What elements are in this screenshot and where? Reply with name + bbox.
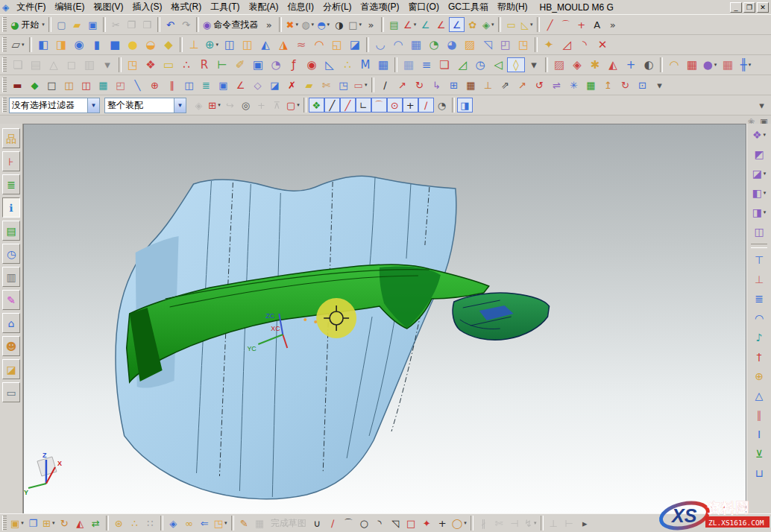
dropdown-arrow-icon[interactable]: ▾	[359, 22, 362, 28]
marquee-select-icon[interactable]: ▢▾	[285, 98, 301, 113]
csys-dynamics-icon[interactable]: ∠▾	[402, 17, 418, 32]
fit-view-icon[interactable]: ✖▾	[284, 17, 300, 32]
chamfer-icon[interactable]: ◆	[160, 37, 177, 52]
angle-measure-icon[interactable]: ∠	[232, 77, 249, 92]
translate-icon[interactable]: ⇗	[497, 77, 514, 92]
dropdown-arrow-icon[interactable]: ▾	[218, 102, 221, 108]
info-center-icon[interactable]: ℹ	[2, 197, 20, 218]
dropdown-arrow-icon[interactable]: ▾	[312, 22, 315, 28]
base-view-icon[interactable]: ▤	[27, 57, 45, 72]
open-dir-icon[interactable]: ▰	[300, 77, 318, 92]
menu-information[interactable]: 信息(I)	[283, 0, 318, 14]
text-icon[interactable]: A	[589, 17, 605, 32]
calculator-icon[interactable]: ▦	[374, 57, 392, 72]
arc-snap-icon[interactable]: ⌒	[371, 98, 387, 113]
toolbar-grip[interactable]	[2, 57, 7, 72]
initialize-project-icon[interactable]: ❖▾	[749, 126, 769, 144]
csys-rotate-icon[interactable]: ∠	[433, 17, 449, 32]
sphere-icon[interactable]: ●	[124, 37, 142, 52]
web-browser-icon[interactable]: ▭	[2, 382, 20, 402]
draft-angle-icon[interactable]: ◺	[321, 57, 339, 72]
dropdown-arrow-icon[interactable]: ▾	[297, 102, 300, 108]
dropdown-arrow-icon[interactable]: ▾	[365, 82, 368, 88]
assembly-navigator-icon[interactable]: 品	[2, 128, 20, 148]
extension-icon[interactable]: ◹	[479, 37, 497, 52]
pencil-ruler-icon[interactable]: ✐	[231, 57, 249, 72]
update-views-icon[interactable]: ▥	[81, 57, 98, 72]
row3-dd-icon[interactable]: ▾	[525, 57, 543, 72]
revolve-icon[interactable]: ◉	[70, 37, 88, 52]
end-point-snap-icon[interactable]: ╱	[324, 98, 340, 113]
gallery-icon[interactable]: ◪	[2, 359, 20, 379]
join-curve-icon[interactable]: ∕	[377, 77, 394, 92]
measure-angle-icon[interactable]: ◺▾	[519, 17, 535, 32]
dropdown-arrow-icon[interactable]: ▾	[491, 22, 494, 28]
studio-spline-icon[interactable]: ✦	[419, 516, 435, 531]
screw-icon[interactable]: †	[749, 348, 769, 366]
mold-csys-icon[interactable]: ◩	[749, 145, 769, 163]
toolbar-grip[interactable]	[2, 77, 7, 92]
unite-icon[interactable]: ◫	[221, 37, 239, 52]
cleanup-icon[interactable]: ✄	[318, 77, 335, 92]
split-body-icon[interactable]: ◮	[274, 37, 292, 52]
toolbar-grip[interactable]	[2, 37, 7, 52]
previous-selection-icon[interactable]: ↪	[222, 98, 238, 113]
graphics-window[interactable]: ZC XC YC Z X Y	[23, 124, 746, 514]
workpiece-icon[interactable]: ◧▾	[749, 184, 769, 202]
sketch-arc-icon[interactable]: ⌒	[341, 516, 356, 531]
rotate-body-icon[interactable]: ↺	[531, 77, 548, 92]
n-sided-icon[interactable]: ▨	[461, 37, 479, 52]
dropdown-arrow-icon[interactable]: ▾	[52, 520, 55, 526]
align-icon[interactable]: ⇌	[548, 77, 565, 92]
point-set-icon[interactable]: ∴	[177, 57, 195, 72]
component-set-icon[interactable]: ∴	[127, 516, 142, 531]
snap-scope-icon[interactable]: ⊞▾	[207, 98, 222, 113]
dropdown-arrow-icon[interactable]: ▾	[530, 22, 533, 28]
section-view-icon[interactable]: ◻	[63, 57, 81, 72]
pattern-brown-icon[interactable]: ▦	[462, 77, 479, 92]
point-icon[interactable]: +	[573, 17, 589, 32]
paste-icon[interactable]: ❒	[139, 17, 155, 32]
scale-icon[interactable]: ✳	[565, 77, 582, 92]
delete-icon[interactable]: ✗	[283, 77, 300, 92]
snap-point-icon[interactable]: ❖	[309, 98, 324, 113]
pattern-feature-icon[interactable]: ◆	[26, 77, 43, 92]
assembly-constraints-icon[interactable]: ◭	[72, 516, 88, 531]
palette-icon[interactable]: ✿	[465, 17, 480, 32]
line-icon[interactable]: ╱	[542, 17, 558, 32]
thicken-icon[interactable]: ◪	[346, 37, 364, 52]
render-style-icon[interactable]: ◑	[331, 17, 347, 32]
sketch-fillet-icon[interactable]: ◝	[372, 516, 388, 531]
stretch-icon[interactable]: ⊡	[634, 77, 651, 92]
point-circle-icon[interactable]: ⊕	[146, 77, 163, 92]
row1-overflow-icon[interactable]: »	[261, 17, 277, 32]
bounded-plane-icon[interactable]: ◰	[497, 37, 514, 52]
mirror-feature-icon[interactable]: ◫	[78, 77, 95, 92]
section-analysis-icon[interactable]: ◈	[568, 57, 586, 72]
dropdown-arrow-icon[interactable]: ▾	[42, 22, 45, 28]
sprue-bolt-icon[interactable]: ⊤	[749, 251, 769, 269]
toolbar-grip[interactable]	[2, 516, 7, 531]
sketch-icon[interactable]: ▱▾	[9, 37, 27, 52]
ruled-surface-icon[interactable]: ◡	[371, 37, 389, 52]
trim-sheet-icon[interactable]: ◪	[266, 77, 283, 92]
history-icon[interactable]: ◷	[2, 244, 20, 264]
dropdown-arrow-icon[interactable]: ▾	[534, 520, 537, 526]
dropdown-arrow-icon[interactable]: ▾	[764, 190, 767, 196]
radius-measure-icon[interactable]: R	[195, 57, 213, 72]
bolt-icon[interactable]: I	[749, 425, 769, 443]
styled-corner-icon[interactable]: ◿	[558, 37, 576, 52]
face-blend-icon[interactable]: ◳	[514, 37, 532, 52]
dropdown-arrow-icon[interactable]: ▾	[22, 42, 25, 48]
materials-icon[interactable]: M	[356, 57, 374, 72]
row5-more-icon[interactable]: ▾	[754, 98, 770, 113]
offset-curve-icon[interactable]: ∦	[476, 516, 491, 531]
row1-more-icon[interactable]: »	[605, 17, 620, 32]
through-curves-icon[interactable]: ◠	[389, 37, 407, 52]
expression-icon[interactable]: ƒ	[285, 57, 303, 72]
edge-blend-icon[interactable]: ◒	[142, 37, 160, 52]
dropdown-arrow-icon[interactable]: ▾	[764, 209, 767, 215]
color-layers-icon[interactable]: ≣	[198, 77, 215, 92]
move-face-icon[interactable]: ◫	[60, 77, 78, 92]
hourglass-icon[interactable]: ◊	[507, 57, 525, 72]
